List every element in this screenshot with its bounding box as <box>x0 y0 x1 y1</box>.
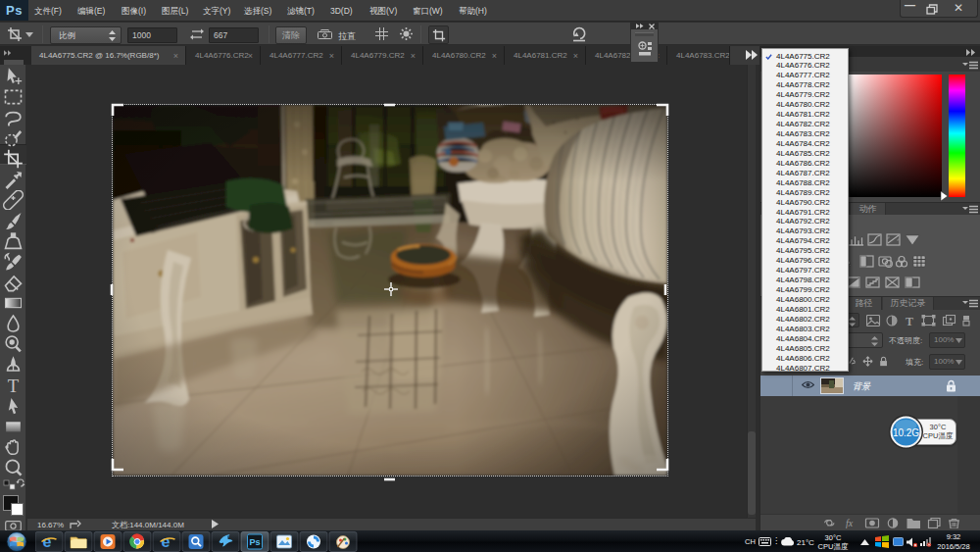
svg-text:e: e <box>43 533 52 550</box>
svg-text:T: T <box>906 315 913 326</box>
svg-text:Ps: Ps <box>249 537 260 547</box>
svg-text:T: T <box>8 376 20 395</box>
svg-text:e: e <box>162 533 171 550</box>
svg-text:fx: fx <box>846 518 854 528</box>
svg-text:10.2G: 10.2G <box>893 427 919 438</box>
